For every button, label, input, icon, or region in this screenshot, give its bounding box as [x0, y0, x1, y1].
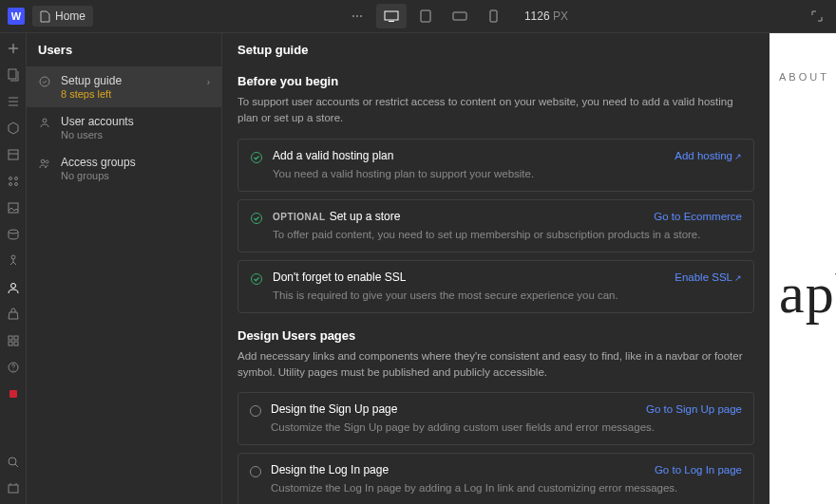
tablet-view-button[interactable]: [410, 4, 441, 28]
svg-rect-16: [14, 336, 18, 340]
optional-badge: OPTIONAL: [273, 212, 326, 222]
users-panel-icon[interactable]: [4, 278, 23, 297]
more-options-button[interactable]: ⋯: [342, 4, 372, 28]
sidebar-item-setup-guide[interactable]: Setup guide 8 steps left ›: [27, 66, 221, 107]
svg-point-21: [9, 457, 16, 465]
svg-rect-0: [385, 11, 398, 20]
apps-icon[interactable]: [4, 305, 23, 324]
assets-icon[interactable]: [4, 172, 23, 191]
logic-icon[interactable]: [4, 252, 23, 271]
phone-landscape-icon: [452, 11, 467, 21]
step-title: Design the Sign Up page: [271, 402, 638, 416]
svg-point-7: [9, 177, 11, 180]
search-icon[interactable]: [4, 453, 23, 472]
record-icon[interactable]: [4, 384, 23, 403]
svg-rect-5: [9, 69, 16, 79]
section-desc: To support user accounts or restrict acc…: [238, 94, 754, 127]
phone-view-button[interactable]: [479, 4, 509, 28]
svg-point-8: [14, 177, 17, 180]
step-card: Add a valid hosting plan Add hosting↗ Yo…: [238, 139, 754, 192]
navigator-icon[interactable]: [4, 92, 23, 111]
step-action-link[interactable]: Go to Sign Up page: [646, 403, 742, 415]
svg-rect-2: [421, 10, 430, 22]
svg-point-10: [14, 183, 17, 186]
sidebar-item-label: Access groups: [61, 156, 210, 169]
content-panel: Setup guide Before you beginTo support u…: [222, 33, 770, 504]
canvas-preview[interactable]: ABOUT aph: [770, 33, 836, 504]
step-desc: Customize the Sign Up page by adding cus…: [271, 420, 742, 435]
topbar: W Home ⋯ 1126 PX: [0, 0, 836, 33]
sidebar-item-icon: [38, 157, 53, 172]
svg-rect-3: [453, 12, 466, 20]
step-title: Add a valid hosting plan: [273, 149, 667, 162]
step-card: Don't forget to enable SSL Enable SSL↗ T…: [238, 260, 754, 313]
svg-point-20: [12, 370, 13, 371]
svg-point-29: [252, 273, 262, 284]
chevron-right-icon: ›: [207, 77, 210, 87]
step-action-link[interactable]: Add hosting↗: [674, 150, 742, 161]
svg-point-28: [252, 213, 262, 223]
audit-icon[interactable]: [4, 479, 23, 498]
svg-point-27: [252, 152, 262, 162]
expand-icon: [811, 10, 823, 22]
sidebar-item-sub: 8 steps left: [61, 88, 200, 100]
help-icon[interactable]: [4, 358, 23, 377]
home-button[interactable]: Home: [32, 6, 93, 27]
empty-circle-icon: [250, 466, 261, 477]
step-card: Design the Sign Up page Go to Sign Up pa…: [238, 392, 754, 445]
empty-circle-icon: [250, 405, 261, 417]
canvas-width-display[interactable]: 1126 PX: [524, 9, 568, 23]
step-desc: To offer paid content, you need to set u…: [273, 227, 742, 242]
page-icon: [40, 10, 50, 23]
phone-icon: [489, 9, 498, 23]
svg-rect-22: [9, 485, 18, 493]
tablet-icon: [420, 9, 431, 23]
canvas-nav-link[interactable]: ABOUT: [779, 71, 826, 83]
svg-point-24: [43, 119, 47, 122]
image-icon[interactable]: [4, 198, 23, 217]
svg-point-26: [46, 160, 48, 163]
svg-rect-4: [490, 10, 497, 22]
step-action-link[interactable]: Go to Ecommerce: [654, 211, 742, 222]
step-title: Design the Log In page: [271, 463, 647, 476]
svg-point-25: [41, 159, 45, 163]
check-circle-icon: [250, 212, 263, 225]
svg-point-13: [11, 255, 15, 259]
settings-icon[interactable]: [4, 331, 23, 350]
webflow-logo-icon[interactable]: W: [8, 8, 25, 25]
left-rail: [0, 33, 27, 504]
step-desc: This is required to give your users the …: [273, 288, 742, 303]
landscape-view-button[interactable]: [445, 4, 475, 28]
desktop-view-button[interactable]: [376, 4, 407, 28]
check-circle-icon: [250, 272, 263, 286]
ecommerce-icon[interactable]: [4, 225, 23, 244]
step-card: Design the Log In page Go to Log In page…: [238, 453, 754, 504]
svg-rect-17: [9, 342, 12, 345]
sidebar-item-user-accounts[interactable]: User accounts No users: [27, 107, 221, 148]
section-desc: Add necessary links and components where…: [238, 348, 754, 382]
expand-button[interactable]: [806, 5, 828, 28]
sidebar-item-icon: [38, 116, 53, 131]
svg-rect-11: [9, 203, 18, 213]
step-action-link[interactable]: Go to Log In page: [655, 464, 742, 476]
users-sidebar: Users Setup guide 8 steps left › User ac…: [27, 33, 222, 504]
step-card: OPTIONALSet up a store Go to Ecommerce T…: [238, 199, 754, 252]
canvas-headline: aph: [779, 261, 836, 327]
svg-point-12: [9, 230, 18, 233]
components-icon[interactable]: [4, 119, 23, 138]
sidebar-item-sub: No groups: [61, 170, 210, 181]
add-element-icon[interactable]: [4, 39, 23, 58]
sidebar-item-label: Setup guide: [61, 74, 200, 87]
cms-icon[interactable]: [4, 145, 23, 164]
sidebar-item-icon: [38, 75, 53, 90]
home-label: Home: [55, 9, 86, 23]
sidebar-item-access-groups[interactable]: Access groups No groups: [27, 148, 221, 189]
step-desc: Customize the Log In page by adding a Lo…: [271, 480, 742, 495]
svg-rect-6: [9, 150, 18, 159]
step-title: Don't forget to enable SSL: [273, 271, 667, 284]
step-action-link[interactable]: Enable SSL↗: [674, 271, 742, 283]
svg-rect-18: [14, 342, 18, 345]
step-desc: You need a valid hosting plan to support…: [273, 166, 742, 181]
pages-icon[interactable]: [4, 65, 23, 84]
step-title: OPTIONALSet up a store: [273, 210, 646, 223]
